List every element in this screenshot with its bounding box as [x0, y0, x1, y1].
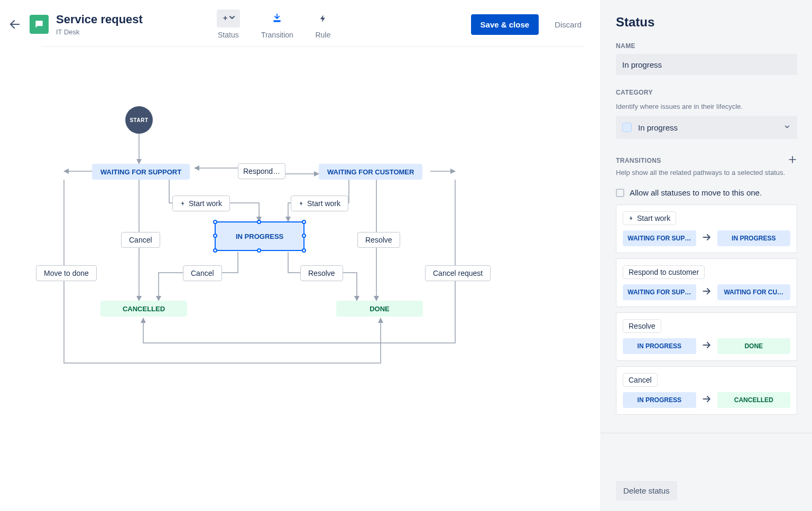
add-transition-button[interactable]: [788, 155, 797, 166]
label-cancel-1[interactable]: Cancel: [121, 232, 160, 248]
arrow-right-icon: [702, 286, 712, 299]
label-start-work-2[interactable]: Start work: [291, 196, 348, 211]
node-done[interactable]: DONE: [336, 301, 423, 317]
arrow-right-icon: [702, 340, 712, 352]
svg-rect-2: [274, 20, 281, 22]
label-resolve-2[interactable]: Resolve: [300, 265, 343, 281]
transition-from: IN PROGRESS: [623, 392, 696, 408]
transition-from: WAITING FOR SUP…: [623, 284, 696, 300]
category-help: Identify where issues are in their lifec…: [616, 103, 797, 110]
tool-rule[interactable]: Rule: [315, 10, 331, 39]
sidebar-title: Status: [616, 15, 797, 30]
transition-from: WAITING FOR SUP…: [623, 230, 696, 246]
node-cancelled[interactable]: CANCELLED: [100, 301, 187, 317]
transitions-help: Help show all the related pathways to a …: [616, 169, 797, 176]
discard-button[interactable]: Discard: [551, 20, 585, 30]
label-respond[interactable]: Respond…: [238, 163, 285, 179]
label-cancel-request[interactable]: Cancel request: [425, 265, 491, 281]
delete-status-button[interactable]: Delete status: [616, 481, 677, 500]
transition-card[interactable]: Respond to customerWAITING FOR SUP…WAITI…: [616, 258, 797, 307]
transition-to: DONE: [717, 338, 791, 354]
transition-to: WAITING FOR CU…: [717, 284, 791, 300]
label-start-work-1[interactable]: Start work: [172, 196, 230, 211]
name-label: NAME: [616, 42, 797, 50]
page-subtitle: IT Desk: [56, 28, 143, 36]
node-waiting-for-support[interactable]: WAITING FOR SUPPORT: [92, 164, 190, 180]
allow-all-checkbox[interactable]: [616, 189, 624, 197]
workflow-canvas[interactable]: START WAITING FOR SUPPORT WAITING FOR CU…: [0, 47, 601, 511]
chevron-down-icon: [783, 123, 791, 132]
node-start[interactable]: START: [125, 106, 153, 134]
node-waiting-for-customer[interactable]: WAITING FOR CUSTOMER: [319, 164, 422, 180]
transition-name: Cancel: [623, 373, 658, 387]
allow-all-label: Allow all statuses to move to this one.: [630, 188, 762, 197]
node-in-progress[interactable]: IN PROGRESS: [215, 221, 304, 251]
transition-name: Start work: [623, 211, 676, 225]
category-select[interactable]: In progress: [616, 116, 797, 139]
transition-name: Respond to customer: [623, 265, 705, 279]
bolt-icon: [299, 200, 304, 207]
sidebar-panel: Status NAME CATEGORY Identify where issu…: [601, 0, 812, 511]
arrow-right-icon: [702, 232, 712, 245]
transition-name: Resolve: [623, 319, 661, 333]
arrow-right-icon: [702, 394, 712, 406]
category-swatch: [622, 123, 632, 132]
label-move-to-done[interactable]: Move to done: [36, 265, 97, 281]
tool-status[interactable]: + Status: [217, 10, 240, 39]
transition-card[interactable]: Start workWAITING FOR SUP…IN PROGRESS: [616, 205, 797, 253]
category-label: CATEGORY: [616, 89, 797, 96]
page-title: Service request: [56, 13, 143, 26]
label-resolve-1[interactable]: Resolve: [357, 232, 400, 248]
save-button[interactable]: Save & close: [471, 14, 539, 35]
transition-card[interactable]: ResolveIN PROGRESSDONE: [616, 312, 797, 361]
transitions-label: TRANSITIONS: [616, 157, 661, 164]
sidebar-divider: [601, 433, 812, 433]
transition-to: IN PROGRESS: [717, 230, 791, 246]
back-button[interactable]: [0, 18, 30, 31]
project-icon: [30, 15, 49, 34]
svg-text:+: +: [223, 14, 227, 22]
transition-to: CANCELLED: [717, 392, 791, 408]
name-input[interactable]: [616, 54, 797, 75]
tool-transition[interactable]: Transition: [261, 10, 293, 39]
transition-card[interactable]: CancelIN PROGRESSCANCELLED: [616, 366, 797, 415]
bolt-icon: [180, 200, 186, 207]
label-cancel-2[interactable]: Cancel: [183, 265, 222, 281]
transition-from: IN PROGRESS: [623, 338, 696, 354]
